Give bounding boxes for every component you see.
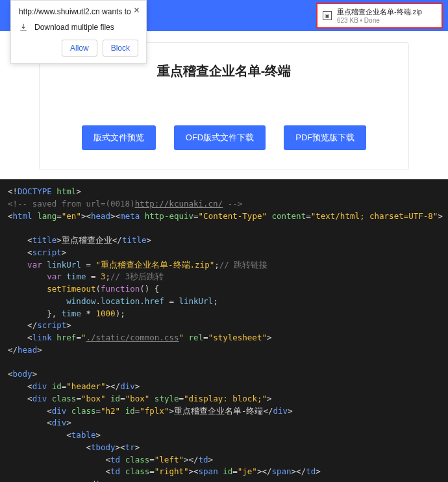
download-status: 623 KB • Done xyxy=(337,17,422,24)
code-time-cmt: // 3秒后跳转 xyxy=(110,272,164,281)
source-code-block: <!DOCTYPE html> <!-- saved from url=(001… xyxy=(0,179,448,482)
download-text: 重点稽查企业名单-终端.zip 623 KB • Done xyxy=(337,7,422,24)
ofd-download-button[interactable]: OFD版式文件下载 xyxy=(174,125,266,150)
download-icon xyxy=(19,23,28,32)
permission-dialog: × http://www.shuiwutl2.cn wants to Downl… xyxy=(10,0,147,64)
permission-buttons: Allow Block xyxy=(19,40,138,57)
code-time-val: 3 xyxy=(101,272,106,281)
file-icon: ▣ xyxy=(323,11,332,20)
code-saved-url: http://kcunaki.cn/ xyxy=(135,199,223,209)
download-notification[interactable]: ▣ 重点稽查企业名单-终端.zip 623 KB • Done xyxy=(316,3,443,29)
allow-button[interactable]: Allow xyxy=(62,40,97,57)
block-button[interactable]: Block xyxy=(103,40,138,57)
permission-item: Download multiple files xyxy=(19,23,138,32)
permission-origin: http://www.shuiwutl2.cn wants to xyxy=(19,7,138,16)
preview-button[interactable]: 版式文件预览 xyxy=(82,125,156,150)
permission-item-label: Download multiple files xyxy=(34,23,114,32)
pdf-download-button[interactable]: PDF预览版下载 xyxy=(284,125,366,150)
download-filename: 重点稽查企业名单-终端.zip xyxy=(337,7,422,17)
code-linkurl-val: "重点稽查企业名单-终端.zip" xyxy=(96,260,215,270)
code-saved-end: --> xyxy=(223,199,242,209)
code-linkurl-cmt: // 跳转链接 xyxy=(219,260,268,270)
close-icon[interactable]: × xyxy=(134,5,140,16)
card-title: 重点稽查企业名单-终端 xyxy=(53,62,395,80)
button-row: 版式文件预览 OFD版式文件下载 PDF预览版下载 xyxy=(53,125,395,150)
code-css-href: ./static/common.css xyxy=(86,333,179,342)
code-saved-comment: <!-- saved from url=(0018) xyxy=(8,199,135,209)
code-title-text: 重点稽查企业 xyxy=(62,235,112,245)
code-h2-text: 重点稽查企业名单-终端 xyxy=(174,406,264,416)
browser-top-bar: × http://www.shuiwutl2.cn wants to Downl… xyxy=(0,0,448,31)
